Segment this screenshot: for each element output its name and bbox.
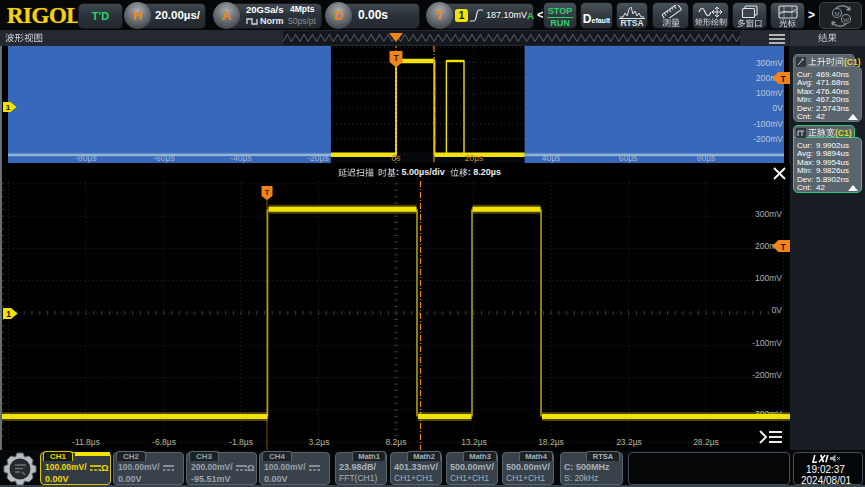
svg-text:100mV: 100mV bbox=[756, 88, 783, 98]
svg-text:20µs: 20µs bbox=[465, 153, 484, 163]
svg-text:-20µs: -20µs bbox=[307, 153, 328, 163]
svg-text:-1.8µs: -1.8µs bbox=[229, 437, 253, 447]
svg-text:M: M bbox=[834, 11, 839, 17]
svg-text:0V: 0V bbox=[772, 305, 783, 315]
svg-text:23.2µs: 23.2µs bbox=[616, 437, 642, 447]
svg-text:-100mV: -100mV bbox=[753, 119, 783, 129]
svg-text:-60µs: -60µs bbox=[153, 153, 174, 163]
svg-text:40µs: 40µs bbox=[542, 153, 561, 163]
svg-text:W: W bbox=[843, 17, 849, 23]
svg-text:-200mV: -200mV bbox=[753, 134, 783, 144]
svg-text:T: T bbox=[265, 188, 270, 197]
svg-text:-100mV: -100mV bbox=[752, 338, 782, 348]
svg-text:T: T bbox=[393, 53, 399, 63]
svg-text:3.2µs: 3.2µs bbox=[309, 437, 330, 447]
svg-text:T: T bbox=[780, 74, 786, 84]
svg-text:8.2µs: 8.2µs bbox=[386, 437, 407, 447]
svg-text:-80µs: -80µs bbox=[75, 153, 96, 163]
svg-text:1: 1 bbox=[6, 309, 11, 319]
svg-text:-200mV: -200mV bbox=[752, 370, 782, 380]
svg-text:0V: 0V bbox=[773, 103, 784, 113]
svg-text:-6.8µs: -6.8µs bbox=[152, 437, 176, 447]
svg-text:13.2µs: 13.2µs bbox=[461, 437, 487, 447]
svg-text:300mV: 300mV bbox=[756, 58, 783, 68]
svg-text:18.2µs: 18.2µs bbox=[538, 437, 564, 447]
svg-text:28.2µs: 28.2µs bbox=[693, 437, 719, 447]
svg-text:80µs: 80µs bbox=[697, 153, 716, 163]
svg-text:T: T bbox=[780, 242, 786, 252]
svg-text:60µs: 60µs bbox=[619, 153, 638, 163]
svg-text:-11.8µs: -11.8µs bbox=[72, 437, 100, 447]
svg-text:300mV: 300mV bbox=[755, 209, 782, 219]
svg-text:100mV: 100mV bbox=[755, 273, 782, 283]
svg-text:1: 1 bbox=[6, 103, 11, 112]
svg-text:-40µs: -40µs bbox=[230, 153, 251, 163]
